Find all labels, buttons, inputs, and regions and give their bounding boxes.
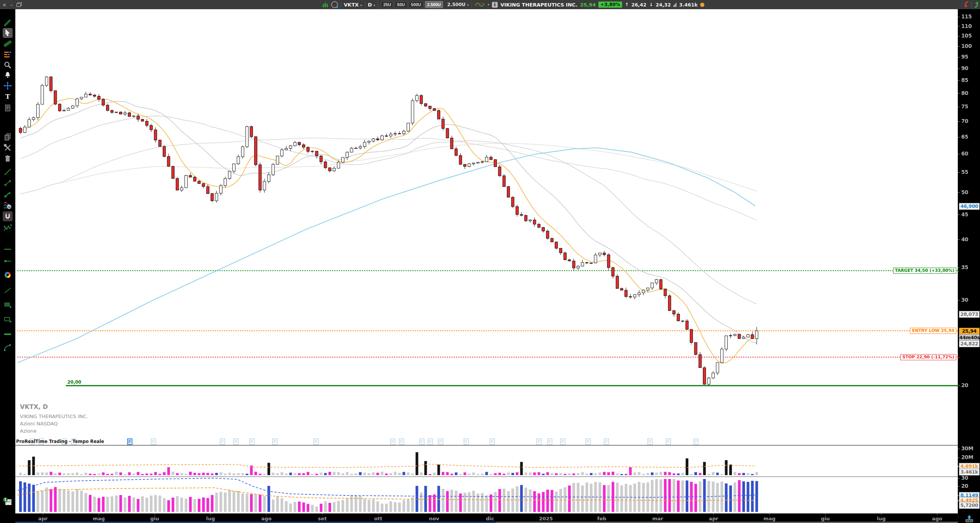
copy-pages-icon[interactable] bbox=[3, 132, 13, 142]
news-document-icon[interactable] bbox=[234, 439, 238, 445]
news-document-icon[interactable] bbox=[604, 439, 609, 445]
stop-level-label[interactable]: STOP 22,90 (-11,72%) bbox=[900, 354, 956, 360]
price-tick-label: 115 bbox=[961, 13, 972, 20]
indicator-preset-1-icon[interactable]: 1 bbox=[3, 497, 13, 507]
order-panel-icon[interactable] bbox=[964, 515, 974, 522]
news-document-icon[interactable] bbox=[420, 439, 424, 445]
news-document-icon[interactable] bbox=[127, 439, 132, 445]
arc-icon[interactable] bbox=[3, 343, 13, 353]
qty-button-2.500u[interactable]: 2.500U bbox=[425, 1, 443, 8]
axis-tick bbox=[958, 386, 960, 386]
price-axis[interactable]: 115 110 105 100 95 90 85 80 75 70 65 60 … bbox=[958, 9, 980, 513]
zoom-icon[interactable] bbox=[3, 60, 13, 70]
time-axis-label: ago bbox=[932, 516, 942, 521]
axis-value-box: 46,900 bbox=[959, 203, 980, 210]
news-document-icon[interactable] bbox=[490, 439, 495, 445]
order-quantity-dropdown[interactable]: 2.500U ▾ bbox=[447, 2, 469, 7]
rectangle-outline-icon[interactable] bbox=[3, 314, 13, 324]
news-document-icon[interactable] bbox=[537, 439, 541, 445]
candlestick-style-icon[interactable] bbox=[323, 2, 328, 7]
pattern-peaks-icon[interactable] bbox=[3, 223, 13, 233]
connection-status-icon bbox=[700, 3, 704, 7]
tools-icon[interactable] bbox=[3, 143, 13, 153]
measure-ruler-icon[interactable] bbox=[3, 39, 13, 49]
cursor-icon[interactable] bbox=[3, 28, 13, 38]
indicator-settings-icon[interactable] bbox=[3, 49, 13, 59]
news-document-icon[interactable] bbox=[694, 439, 698, 445]
news-document-icon[interactable] bbox=[250, 439, 254, 445]
chart-toolbar: VKTX ▾ D ▾ 25U50U500U2.500U 2.500U ▾ ▾ i… bbox=[323, 0, 704, 9]
chart-type-icon[interactable] bbox=[475, 2, 485, 8]
magnet-icon[interactable] bbox=[3, 211, 13, 221]
svg-text:T: T bbox=[5, 93, 10, 100]
news-document-icon[interactable] bbox=[666, 439, 671, 445]
trading-platform-window: × – VKTX ▾ D ▾ 25U50U500U2.500U 2.500U ▾… bbox=[0, 0, 980, 523]
quick-buy-icon[interactable] bbox=[973, 1, 979, 8]
news-document-icon[interactable] bbox=[151, 439, 156, 445]
toolbar-divider bbox=[472, 2, 472, 8]
quantity-buttons: 25U50U500U2.500U bbox=[381, 1, 443, 8]
news-document-icon[interactable] bbox=[648, 439, 652, 445]
qty-button-25u[interactable]: 25U bbox=[381, 1, 393, 8]
symbol-instrument: VIKING THERAPEUTICS INC. bbox=[20, 413, 88, 419]
price-tick-label: 55 bbox=[961, 169, 968, 175]
axis-tick bbox=[958, 17, 960, 17]
news-document-icon[interactable] bbox=[314, 439, 318, 445]
chevron-down-icon: ▾ bbox=[466, 3, 469, 7]
news-document-icon[interactable] bbox=[438, 439, 443, 445]
news-document-icon[interactable] bbox=[586, 439, 590, 445]
trendline-icon[interactable] bbox=[3, 167, 13, 177]
news-document-icon[interactable] bbox=[3, 103, 13, 113]
axis-tick-label: 30 bbox=[961, 475, 968, 481]
support-level-label[interactable]: 20,00 bbox=[67, 379, 81, 385]
news-document-icon[interactable] bbox=[464, 439, 469, 445]
minimize-window-icon[interactable]: – bbox=[10, 2, 13, 8]
axis-tick bbox=[958, 26, 960, 26]
horizontal-line-icon[interactable] bbox=[3, 244, 13, 254]
alert-bell-icon[interactable] bbox=[3, 70, 13, 80]
symbol-info-block: VKTX, D VIKING THERAPEUTICS INC. Azioni … bbox=[20, 403, 88, 435]
platform-icon[interactable] bbox=[331, 1, 338, 8]
rectangle-filled-icon[interactable] bbox=[3, 300, 13, 310]
trash-icon[interactable] bbox=[3, 154, 13, 163]
symbol-selector[interactable]: VKTX ▾ bbox=[344, 2, 362, 8]
arrow-line-icon[interactable] bbox=[3, 189, 13, 199]
svg-text:IA: IA bbox=[8, 206, 10, 209]
axis-tick bbox=[958, 458, 960, 458]
target-level-label[interactable]: TARGET 34,50 (+33,00%) bbox=[893, 268, 956, 274]
news-document-icon[interactable] bbox=[560, 439, 565, 445]
color-wheel-icon[interactable] bbox=[3, 270, 13, 280]
time-axis-label: 2025 bbox=[539, 516, 553, 521]
qty-button-500u[interactable]: 500U bbox=[409, 1, 423, 8]
axis-tick bbox=[958, 93, 960, 93]
news-document-icon[interactable] bbox=[273, 439, 277, 445]
news-document-icon[interactable] bbox=[220, 439, 225, 445]
draw-pencil-icon[interactable] bbox=[3, 18, 13, 28]
quick-sell-icon[interactable] bbox=[964, 1, 970, 8]
horizontal-segment-icon[interactable] bbox=[3, 256, 13, 266]
close-window-icon[interactable]: × bbox=[2, 2, 7, 8]
price-chart-canvas[interactable]: aprmaggiulugagosetottnovdic2025febmarapr… bbox=[15, 9, 958, 523]
segment-icon[interactable] bbox=[3, 178, 13, 188]
chevron-down-icon[interactable]: ▾ bbox=[488, 3, 490, 7]
news-document-icon[interactable] bbox=[547, 439, 552, 445]
change-percent-badge: +3,80% bbox=[598, 2, 622, 8]
diagonal-line-icon[interactable] bbox=[3, 285, 13, 295]
forecast-ai-icon[interactable]: IA bbox=[3, 200, 13, 210]
restore-window-icon[interactable] bbox=[16, 3, 21, 7]
instrument-info-icon[interactable]: i bbox=[492, 2, 498, 8]
price-tick-label: 85 bbox=[961, 77, 968, 83]
entry-level-label[interactable]: ENTRY LOW 25,94 bbox=[910, 328, 956, 334]
news-document-icon[interactable] bbox=[390, 439, 395, 445]
move-icon[interactable] bbox=[3, 81, 13, 91]
qty-button-50u[interactable]: 50U bbox=[395, 1, 407, 8]
more-icon[interactable] bbox=[3, 519, 13, 523]
axis-tick bbox=[958, 192, 960, 193]
symbol-title: VKTX, D bbox=[20, 403, 88, 410]
news-document-icon[interactable] bbox=[399, 439, 404, 445]
thick-line-icon[interactable] bbox=[3, 329, 13, 339]
window-controls: × – bbox=[2, 0, 21, 9]
text-icon[interactable]: T bbox=[3, 92, 13, 101]
timeframe-selector[interactable]: D ▾ bbox=[368, 2, 375, 8]
news-document-icon[interactable] bbox=[428, 439, 433, 445]
